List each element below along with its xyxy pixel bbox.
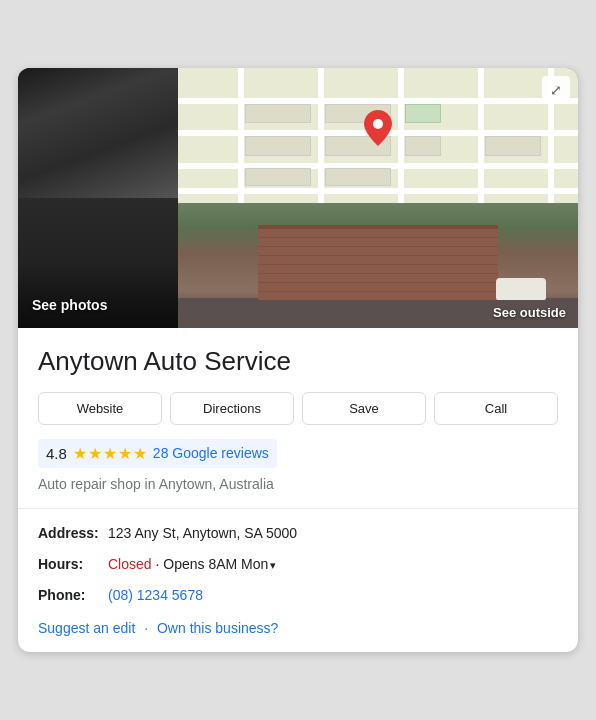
business-card: See photos <box>18 68 578 651</box>
rating-number: 4.8 <box>46 445 67 462</box>
hours-label: Hours: <box>38 554 108 575</box>
hours-row: Hours: Closed · Opens 8AM Mon▾ <box>38 554 558 575</box>
closed-text: Closed <box>108 556 152 572</box>
map-and-streetview[interactable]: ⤢ See outside <box>178 68 578 328</box>
divider <box>18 508 578 509</box>
map-pin <box>364 110 392 146</box>
map-expand-button[interactable]: ⤢ <box>542 76 570 104</box>
car-shape <box>496 278 546 300</box>
star-5: ★ <box>133 444 147 463</box>
address-row: Address: 123 Any St, Anytown, SA 5000 <box>38 523 558 544</box>
phone-row: Phone: (08) 1234 5678 <box>38 585 558 606</box>
street-view-area[interactable]: See outside <box>178 203 578 328</box>
hours-rest: · Opens 8AM Mon <box>152 556 269 572</box>
footer-links: Suggest an edit · Own this business? <box>38 620 558 636</box>
business-name: Anytown Auto Service <box>38 346 558 377</box>
separator: · <box>140 620 152 636</box>
star-rating: ★ ★ ★ ★ ★ <box>73 444 147 463</box>
svg-point-0 <box>373 119 383 129</box>
business-info: Anytown Auto Service Website Directions … <box>18 328 578 651</box>
see-outside-label: See outside <box>493 305 566 320</box>
address-value: 123 Any St, Anytown, SA 5000 <box>108 523 297 544</box>
building-shape <box>258 225 498 300</box>
phone-link[interactable]: (08) 1234 5678 <box>108 585 203 606</box>
category-text: Auto repair shop in Anytown, Australia <box>38 476 558 492</box>
call-button[interactable]: Call <box>434 392 558 425</box>
address-label: Address: <box>38 523 108 544</box>
photo-grid: See photos <box>18 68 578 328</box>
hours-value: Closed · Opens 8AM Mon▾ <box>108 554 276 575</box>
hours-chevron-icon[interactable]: ▾ <box>270 559 276 571</box>
website-button[interactable]: Website <box>38 392 162 425</box>
star-1: ★ <box>73 444 87 463</box>
interior-photo[interactable] <box>18 68 178 198</box>
own-business-link[interactable]: Own this business? <box>157 620 278 636</box>
see-photos-button[interactable]: See photos <box>18 198 178 328</box>
directions-button[interactable]: Directions <box>170 392 294 425</box>
star-3: ★ <box>103 444 117 463</box>
save-button[interactable]: Save <box>302 392 426 425</box>
suggest-edit-link[interactable]: Suggest an edit <box>38 620 135 636</box>
action-buttons: Website Directions Save Call <box>38 392 558 425</box>
star-4: ★ <box>118 444 132 463</box>
map-area[interactable]: ⤢ <box>178 68 578 203</box>
rating-row: 4.8 ★ ★ ★ ★ ★ 28 Google reviews <box>38 439 277 468</box>
star-2: ★ <box>88 444 102 463</box>
reviews-link[interactable]: 28 Google reviews <box>153 445 269 461</box>
phone-label: Phone: <box>38 585 108 606</box>
